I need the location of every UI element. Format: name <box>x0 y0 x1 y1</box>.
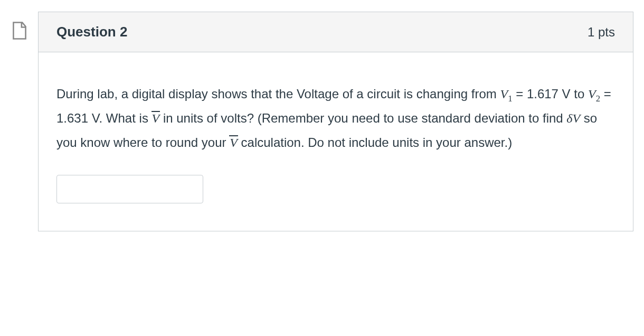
text-segment: calculation. Do not include units in you… <box>238 135 512 150</box>
v-bar-symbol: V <box>152 112 160 125</box>
text-segment: During lab, a digital display shows that… <box>56 87 500 101</box>
question-text: During lab, a digital display shows that… <box>56 82 615 155</box>
text-segment: = 1.617 V to <box>513 87 588 101</box>
question-title: Question 2 <box>56 24 127 40</box>
text-segment: in units of volts? (Remember you need to… <box>159 111 566 125</box>
question-points: 1 pts <box>588 25 615 40</box>
question-status-column <box>11 12 29 42</box>
question-body: During lab, a digital display shows that… <box>39 52 633 231</box>
v2-variable: V2 <box>588 87 600 101</box>
question-header: Question 2 1 pts <box>39 12 633 52</box>
question-card: Question 2 1 pts During lab, a digital d… <box>38 12 633 231</box>
question-status-icon <box>11 21 29 40</box>
v-bar-symbol: V <box>230 136 238 149</box>
answer-input[interactable] <box>56 175 203 203</box>
v1-variable: V1 <box>500 87 512 101</box>
answer-area <box>56 175 615 203</box>
quiz-question-wrapper: Question 2 1 pts During lab, a digital d… <box>5 5 639 238</box>
delta-v-symbol: δV <box>566 111 580 125</box>
